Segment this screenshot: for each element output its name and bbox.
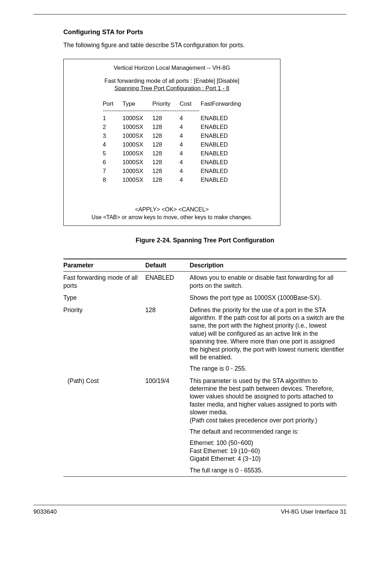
param-row: (Path) Cost100/19/4This parameter is use…	[63, 375, 347, 477]
port-cell-type: 1000SX	[118, 123, 147, 131]
port-cell-type: 1000SX	[118, 132, 147, 140]
description-paragraph: This parameter is used by the STA algori…	[190, 377, 344, 424]
port-row: 81000SX1284ENABLED	[99, 176, 245, 184]
port-row: 21000SX1284ENABLED	[99, 123, 245, 131]
description-paragraph: The range is 0 - 255.	[190, 365, 344, 372]
description-paragraph: Defines the priority for the use of a po…	[190, 306, 344, 361]
port-cell-ff: ENABLED	[196, 149, 245, 157]
port-cell-type: 1000SX	[118, 167, 147, 175]
port-cell-port: 3	[99, 132, 118, 140]
param-row: Fast forwarding mode of all portsENABLED…	[63, 272, 347, 292]
col-ff: FastForwarding	[196, 100, 245, 108]
terminal-line-stpc: Spanning Tree Port Configuration : Port …	[72, 85, 271, 92]
port-cell-priority: 128	[148, 158, 175, 166]
port-cell-type: 1000SX	[118, 149, 147, 157]
parameter-table: Parameter Default Description Fast forwa…	[63, 259, 347, 477]
port-row: 31000SX1284ENABLED	[99, 132, 245, 140]
port-cell-port: 1	[99, 114, 118, 122]
port-cell-priority: 128	[148, 132, 175, 140]
port-cell-cost: 4	[175, 132, 196, 140]
port-cell-type: 1000SX	[118, 114, 147, 122]
param-row: Priority128Defines the priority for the …	[63, 304, 347, 375]
dash-separator: ----------------------------------------…	[103, 109, 241, 112]
param-cell-description: Allows you to enable or disable fast for…	[190, 272, 347, 292]
col-priority: Priority	[148, 100, 175, 108]
port-cell-type: 1000SX	[118, 158, 147, 166]
port-cell-ff: ENABLED	[196, 132, 245, 140]
col-port: Port	[99, 100, 118, 108]
port-cell-port: 2	[99, 123, 118, 131]
footer-page-label: VH-8G User Interface 31	[281, 508, 347, 516]
col-cost: Cost	[175, 100, 196, 108]
terminal-screenshot: Vertical Horizon Local Management -- VH-…	[63, 59, 280, 226]
port-cell-cost: 4	[175, 114, 196, 122]
port-cell-priority: 128	[148, 123, 175, 131]
port-cell-ff: ENABLED	[196, 158, 245, 166]
page: Configuring STA for Ports The following …	[0, 0, 380, 526]
top-rule	[33, 14, 347, 14]
port-cell-priority: 128	[148, 141, 175, 149]
port-row: 61000SX1284ENABLED	[99, 158, 245, 166]
port-row: 11000SX1284ENABLED	[99, 114, 245, 122]
page-footer: 9033640 VH-8G User Interface 31	[33, 505, 347, 516]
port-cell-cost: 4	[175, 141, 196, 149]
port-cell-priority: 128	[148, 114, 175, 122]
param-cell-name: (Path) Cost	[63, 375, 145, 477]
port-cell-ff: ENABLED	[196, 176, 245, 184]
param-row: TypeShows the port type as 1000SX (1000B…	[63, 292, 347, 304]
port-cell-cost: 4	[175, 176, 196, 184]
param-header-parameter: Parameter	[63, 259, 145, 272]
port-row: 41000SX1284ENABLED	[99, 141, 245, 149]
port-cell-port: 8	[99, 176, 118, 184]
figure-caption: Figure 2-24. Spanning Tree Port Configur…	[63, 236, 347, 245]
port-cell-port: 4	[99, 141, 118, 149]
terminal-port-table: Port Type Priority Cost FastForwarding -…	[98, 99, 246, 185]
port-cell-type: 1000SX	[118, 141, 147, 149]
port-cell-ff: ENABLED	[196, 167, 245, 175]
param-cell-name: Priority	[63, 304, 145, 375]
content-area: Configuring STA for Ports The following …	[63, 28, 347, 477]
port-row: 51000SX1284ENABLED	[99, 149, 245, 157]
terminal-hint: Use <TAB> or arrow keys to move, other k…	[72, 214, 271, 221]
port-cell-port: 5	[99, 149, 118, 157]
port-cell-ff: ENABLED	[196, 114, 245, 122]
port-cell-priority: 128	[148, 176, 175, 184]
port-cell-cost: 4	[175, 123, 196, 131]
port-cell-port: 6	[99, 158, 118, 166]
footer-doc-number: 9033640	[33, 508, 57, 516]
port-cell-port: 7	[99, 167, 118, 175]
port-row: 71000SX1284ENABLED	[99, 167, 245, 175]
section-heading: Configuring STA for Ports	[63, 28, 347, 36]
port-cell-cost: 4	[175, 149, 196, 157]
intro-paragraph: The following figure and table describe …	[63, 41, 347, 49]
port-cell-type: 1000SX	[118, 176, 147, 184]
param-cell-default: ENABLED	[145, 272, 190, 292]
port-cell-cost: 4	[175, 158, 196, 166]
param-header-description: Description	[190, 259, 347, 272]
port-cell-ff: ENABLED	[196, 141, 245, 149]
description-paragraph: The default and recommended range is:	[190, 428, 344, 435]
param-cell-description: Shows the port type as 1000SX (1000Base-…	[190, 292, 347, 304]
description-paragraph: Ethernet: 100 (50~600) Fast Ethernet: 19…	[190, 439, 344, 463]
description-paragraph: Shows the port type as 1000SX (1000Base-…	[190, 294, 344, 302]
description-paragraph: Allows you to enable or disable fast for…	[190, 274, 344, 290]
port-cell-cost: 4	[175, 167, 196, 175]
param-cell-description: Defines the priority for the use of a po…	[190, 304, 347, 375]
port-cell-ff: ENABLED	[196, 123, 245, 131]
param-header-default: Default	[145, 259, 190, 272]
param-cell-default: 100/19/4	[145, 375, 190, 477]
param-cell-default: 128	[145, 304, 190, 375]
terminal-header: Vertical Horizon Local Management -- VH-…	[72, 64, 271, 72]
param-cell-name: Type	[63, 292, 145, 304]
port-cell-priority: 128	[148, 149, 175, 157]
terminal-line-ffmode: Fast forwarding mode of all ports : [Ena…	[72, 77, 271, 85]
param-cell-name: Fast forwarding mode of all ports	[63, 272, 145, 292]
col-type: Type	[118, 100, 147, 108]
param-cell-description: This parameter is used by the STA algori…	[190, 375, 347, 477]
port-cell-priority: 128	[148, 167, 175, 175]
param-cell-default	[145, 292, 190, 304]
description-paragraph: The full range is 0 - 65535.	[190, 466, 344, 474]
terminal-action-row: <APPLY> <OK> <CANCEL>	[72, 206, 271, 213]
